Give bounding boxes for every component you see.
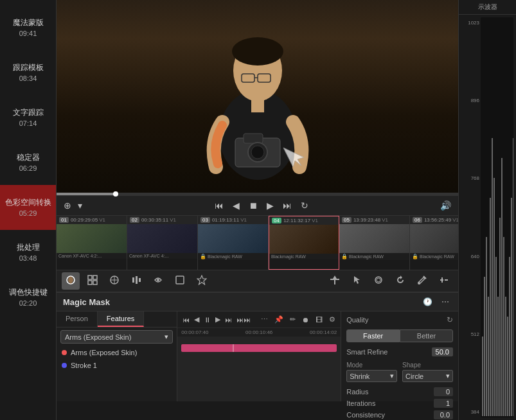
panel-more-btn[interactable]: ⋯ <box>439 296 452 308</box>
track-dropdown[interactable]: Arms (Exposed Skin) ▾ <box>60 330 173 344</box>
clip-header: 02 00:30:35:11 V1 <box>127 216 197 224</box>
star-tool-btn[interactable] <box>193 272 211 290</box>
clip-item[interactable]: 06 13:56:25:49 V1 🔒 Blackmagic RAW <box>410 216 458 270</box>
quality-faster-btn[interactable]: Faster <box>346 329 400 342</box>
svg-marker-25 <box>197 276 206 284</box>
track-pause-btn[interactable]: ⏸ <box>202 315 212 325</box>
sidebar-item-stabilizer[interactable]: 稳定器 06:29 <box>0 140 56 185</box>
timeline-thumb[interactable] <box>113 191 118 197</box>
tc-start: 00:00:07:40 <box>181 329 208 335</box>
track-prev-btn[interactable]: ◀ <box>193 314 200 325</box>
refresh-tool-btn[interactable] <box>391 272 409 290</box>
timeline-scrubber[interactable] <box>57 193 458 195</box>
svg-rect-13 <box>88 276 92 279</box>
paint-tool-btn[interactable] <box>413 272 431 290</box>
mode-shape-row: Mode Shrink ▾ Shape Circle ▾ <box>346 362 453 382</box>
tab-features[interactable]: Features <box>98 311 144 327</box>
histogram-title: 示波器 <box>459 0 516 15</box>
volume-btn[interactable]: 🔊 <box>438 198 453 213</box>
radius-row: Radius 0 <box>346 387 453 396</box>
loop-btn[interactable]: ↻ <box>299 198 310 213</box>
magic-mask-tool-btn[interactable] <box>62 272 80 290</box>
track-skip-end-btn[interactable]: ⏭ <box>224 315 233 325</box>
svg-rect-15 <box>88 281 92 284</box>
histogram-bar <box>495 257 497 416</box>
track-item[interactable]: Stroke 1 <box>57 359 177 372</box>
sidebar-item-text-track[interactable]: 文字跟踪 07:14 <box>0 95 56 140</box>
sidebar-item-tracker[interactable]: 跟踪模板 08:34 <box>0 50 56 95</box>
track-options-btn[interactable]: ⋯ <box>260 314 269 325</box>
sidebar-item-magic-lens[interactable]: 魔法蒙版 09:41 <box>0 5 56 50</box>
track-dropdown-arrow: ▾ <box>165 333 168 341</box>
mode-arrow: ▾ <box>390 372 394 380</box>
svg-rect-14 <box>93 276 97 279</box>
sidebar-item-colorspace[interactable]: 色彩空间转换 05:29 <box>0 185 56 230</box>
quality-better-btn[interactable]: Better <box>400 329 453 342</box>
settings-tool-btn[interactable] <box>435 272 453 290</box>
clip-item[interactable]: 05 13:39:23:48 V1 🔒 Blackmagic RAW <box>339 216 410 270</box>
track-play-btn[interactable]: ▶ <box>214 314 222 325</box>
sidebar-item-time: 06:29 <box>19 164 37 172</box>
sidebar-item-time: 08:34 <box>19 74 37 82</box>
iterations-value: 1 <box>434 399 453 408</box>
track-end-btn[interactable]: ⏭⏭ <box>235 315 252 325</box>
mode-dropdown[interactable]: Shrink ▾ <box>346 370 397 382</box>
crop-tool-btn[interactable] <box>171 272 189 290</box>
tool-select-btn[interactable]: ⊕ <box>62 198 73 213</box>
play-btn[interactable]: ▶ <box>265 198 276 213</box>
track-edit-btn[interactable]: ✏ <box>289 314 297 325</box>
panel-right: Quality ↻ Faster Better Smart Refine 50.… <box>341 311 458 401</box>
clip-footer: 🔒 Blackmagic RAW <box>410 253 458 260</box>
grid-tool-btn[interactable] <box>84 272 102 290</box>
track-bar <box>181 344 337 352</box>
shape-dropdown[interactable]: Circle ▾ <box>402 370 453 382</box>
clip-item[interactable]: 02 00:30:35:11 V1 Canon XF-AVC 4:... <box>127 216 198 270</box>
pointer-tool-btn[interactable] <box>348 272 366 290</box>
track-settings-btn[interactable]: ⚙ <box>328 314 337 325</box>
track-record-btn[interactable]: ⏺ <box>301 315 310 325</box>
histogram-label: 896 <box>461 98 479 103</box>
clip-item[interactable]: 04 12:11:32:17 V1 Blackmagic RAW <box>269 216 339 270</box>
clip-item[interactable]: 01 00:29:29:05 V1 Canon XF-AVC 4:2:... <box>57 216 127 270</box>
clip-v1: V1 <box>99 217 105 223</box>
transport-right: 🔊 <box>438 198 453 213</box>
audio-tool-btn[interactable] <box>127 272 145 290</box>
prev-frame-btn[interactable]: ◀ <box>231 198 242 213</box>
clip-v1: V1 <box>452 217 458 223</box>
track-skip-start-btn[interactable]: ⏮ <box>181 315 191 325</box>
radius-value: 0 <box>434 387 453 396</box>
clip-number: 03 <box>200 217 210 223</box>
svg-rect-11 <box>251 96 264 112</box>
svg-point-7 <box>232 37 283 66</box>
clip-item[interactable]: 03 01:19:13:11 V1 🔒 Blackmagic RAW <box>198 216 269 270</box>
skip-to-end-btn[interactable]: ⏭ <box>281 198 294 213</box>
circle-tool-btn[interactable] <box>105 272 123 290</box>
svg-rect-3 <box>244 134 263 143</box>
sidebar-item-batch[interactable]: 批处理 03:48 <box>0 230 56 275</box>
tc-end: 00:00:14:02 <box>310 329 337 335</box>
track-bar-area[interactable] <box>177 337 341 401</box>
quality-refresh-btn[interactable]: ↻ <box>447 315 453 324</box>
transport-center: ⏮ ◀ ⏹ ▶ ⏭ ↻ <box>213 198 310 213</box>
histogram-label-row: 768 <box>461 173 479 184</box>
panel-tabs: Person Features <box>57 311 177 328</box>
track-item[interactable]: Arms (Exposed Skin) <box>57 346 177 359</box>
histogram-label: 640 <box>461 254 479 259</box>
track-pin-btn[interactable]: 📌 <box>273 314 285 325</box>
person-in-video <box>187 19 328 193</box>
pin-tool-btn[interactable] <box>326 272 344 290</box>
tab-person[interactable]: Person <box>57 311 98 327</box>
clip-footer: 🔒 Blackmagic RAW <box>198 253 268 260</box>
skip-to-start-btn[interactable]: ⏮ <box>213 198 226 213</box>
sidebar-item-time: 03:48 <box>19 254 37 262</box>
mask-tool-btn[interactable] <box>149 272 167 290</box>
histogram-label: 384 <box>461 409 479 415</box>
tool-arrow-btn[interactable]: ▾ <box>76 198 84 213</box>
quality-label: Quality <box>346 316 368 324</box>
sidebar-item-shortcut[interactable]: 调色快捷键 02:20 <box>0 275 56 320</box>
stop-btn[interactable]: ⏹ <box>247 198 260 213</box>
track-dot <box>62 350 67 355</box>
panel-clock-btn[interactable]: 🕐 <box>420 296 435 308</box>
cloud-tool-btn[interactable] <box>369 272 387 290</box>
track-film-btn[interactable]: 🎞 <box>314 315 324 325</box>
